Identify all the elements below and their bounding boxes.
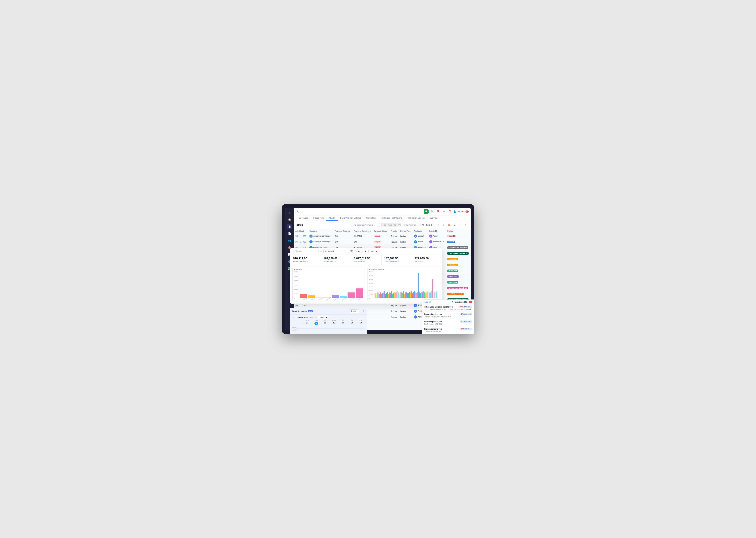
search-button[interactable]: 🔍 (430, 209, 435, 214)
tab-print-options[interactable]: Print Option Settings (404, 215, 427, 221)
payment-chart-svg (374, 272, 438, 298)
user-label: Admin (457, 210, 463, 213)
topbar-icons: 💬 🔍 📅 ⊞ ❓ 👤 Admin ▾ 40 (424, 209, 469, 214)
cell-job-type: No Warranty (470, 256, 471, 262)
svg-rect-53 (426, 293, 427, 298)
chart-panel-header: → 📅 Custom Bar (290, 248, 442, 255)
col-job-sheet: Job Sheet (294, 229, 307, 233)
svg-rect-52 (425, 293, 426, 298)
notif-item-header: Task assigned to you 📅 Oct 9, 2024 (424, 313, 471, 315)
cell-customer: AAaradhya Technologies (307, 233, 333, 239)
search-icon: 🔍 (354, 224, 356, 226)
filters-button[interactable]: All Filters ▼ (420, 223, 434, 227)
cell-job-type: No Warranty (470, 250, 471, 256)
svg-rect-26 (400, 294, 401, 298)
range-type-select[interactable]: Custom (354, 249, 367, 253)
ws-view-select[interactable]: Week (318, 316, 328, 319)
status-badge: In Process (447, 264, 458, 266)
cell-status: Replacement Completed (446, 285, 470, 291)
search-bar[interactable]: 🔍 JobSheet, Customer, ... (352, 223, 380, 227)
notification-item[interactable]: Task assigned to you 📅 Oct 9, 2024 Buy 5… (422, 319, 471, 326)
svg-rect-1 (376, 294, 377, 298)
notification-badge[interactable]: 40 (465, 210, 469, 213)
notif-item-title: Task assigned to you (424, 328, 442, 330)
cell-created-by: AAdmin (428, 233, 446, 239)
assignee-selector[interactable]: Select Assignee ▾ (402, 223, 419, 227)
svg-rect-54 (427, 292, 428, 298)
topbar-logo: 🔧 (296, 210, 299, 213)
device-inner: ☰ 🏠 📋 📄 👥 📦 📊 ⚙️ 🏪 🔧 💬 🔍 📅 ⊞ ❓ (285, 208, 471, 330)
add-icon[interactable]: + (458, 223, 462, 227)
notif-item-header: Rohan Basu assigned a job to you 📅 Oct 1… (424, 306, 471, 308)
ws-next-btn[interactable]: › (313, 316, 317, 319)
svg-rect-15 (389, 293, 390, 298)
grid-button[interactable]: ⊞ (442, 209, 447, 214)
notif-read-all[interactable]: Read All (424, 301, 431, 303)
chevron-down-icon[interactable]: ▾ (463, 223, 468, 227)
ws-time-row: 12:00 AM (292, 328, 365, 330)
ws-expand-icon[interactable]: ⛶ (360, 309, 365, 313)
tab-basic-settings[interactable]: Basic/Workflow Settings (338, 215, 363, 221)
table-row[interactable]: DR - 21 - 407 AAaradhya Technologies 0.0… (294, 233, 471, 239)
tab-tech-print[interactable]: Technician Print Options (379, 215, 404, 221)
status-select[interactable]: Select job status (381, 223, 401, 227)
tab-closed-jobs[interactable]: Closed Jobs (310, 215, 326, 221)
svg-rect-29 (402, 293, 403, 298)
ws-admin-select[interactable]: Admin ▾ (349, 309, 359, 313)
ws-prev-btn[interactable]: ‹ (292, 316, 295, 319)
list-icon[interactable]: ☰ (452, 223, 457, 227)
notification-item[interactable]: Task assigned to you 📅 Oct 9, 2024 Colle… (422, 312, 471, 319)
topbar: 🔧 💬 🔍 📅 ⊞ ❓ 👤 Admin ▾ 40 (294, 208, 471, 215)
assignee-placeholder: Select Assignee (403, 224, 416, 226)
notification-item[interactable]: Task assigned to you 📅 Oct 9, 2024 Buy n… (422, 326, 471, 330)
svg-rect-49 (422, 293, 423, 298)
chat-button[interactable]: 💬 (424, 209, 429, 214)
sidebar-jobs-icon[interactable]: 📋 (287, 224, 292, 230)
svg-rect-51 (424, 292, 425, 298)
svg-rect-25 (399, 292, 400, 298)
date-to-input[interactable] (323, 250, 349, 253)
calendar-button[interactable]: 📅 (436, 209, 441, 214)
date-separator: → (320, 250, 322, 253)
help-button[interactable]: ❓ (448, 209, 452, 214)
svg-rect-57 (430, 293, 431, 298)
chart-type-select[interactable]: Bar (368, 249, 378, 253)
expense-legend: Expense (294, 269, 364, 270)
tab-overview[interactable]: Overview (427, 215, 440, 221)
date-from-input[interactable] (293, 250, 318, 253)
user-menu[interactable]: 👤 Admin ▾ (453, 210, 464, 213)
sidebar-home-icon[interactable]: 🏠 (287, 217, 292, 222)
action-icons: 🏷 ⚙ 📤 ☰ + ▾ (435, 223, 468, 227)
ws-title: Work Scheduler (292, 310, 307, 312)
cell-assignee: AAdmin (412, 239, 427, 245)
ws-controls: Admin ▾ ⛶ (349, 309, 365, 313)
notifications-panel: Read All Notifications (49) 20 Rohan Bas… (422, 299, 471, 330)
notification-item[interactable]: Rohan Basu assigned a job to you 📅 Oct 1… (422, 304, 471, 312)
notif-item-date: 📅 Oct 9, 2024 (460, 313, 471, 315)
cell-status: Awaiting Approval (446, 291, 470, 297)
ws-allday-label: All day (292, 327, 303, 328)
metric-label-4: Total Due Amount ⓘ (384, 260, 409, 263)
cell-status: Inward (446, 239, 470, 245)
tab-all-jobs[interactable]: All Jobs (326, 215, 338, 221)
status-badge: Inward (447, 241, 455, 243)
sidebar-menu-icon[interactable]: ☰ (287, 210, 292, 215)
cell-payment-received: 0.00 (333, 239, 352, 245)
export-icon[interactable]: 📤 (447, 223, 451, 227)
col-job-type: Job Type (470, 229, 471, 233)
chevron-down-icon: ▾ (417, 224, 417, 226)
settings-icon[interactable]: ⚙ (441, 223, 446, 227)
tab-job-settings[interactable]: Job Settings (363, 215, 379, 221)
tab-open-jobs[interactable]: Open Jobs (297, 215, 310, 221)
tag-icon[interactable]: 🏷 (435, 223, 440, 227)
table-row[interactable]: DR - 21 - 406 AAaradhya Technologies 0.0… (294, 239, 471, 245)
cell-status: Cancelled and Delivered (446, 245, 470, 250)
sidebar-file-icon[interactable]: 📄 (287, 231, 292, 237)
calendar-icon[interactable]: 📅 (350, 250, 353, 253)
svg-rect-8 (382, 293, 383, 298)
assignee-avatar: M (414, 235, 417, 238)
cell-device-type: Laptop (399, 314, 412, 320)
cell-status: Completed (446, 280, 470, 285)
payment-legend-label: Payment Received (371, 269, 384, 270)
sidebar-users-icon[interactable]: 👥 (287, 238, 292, 243)
